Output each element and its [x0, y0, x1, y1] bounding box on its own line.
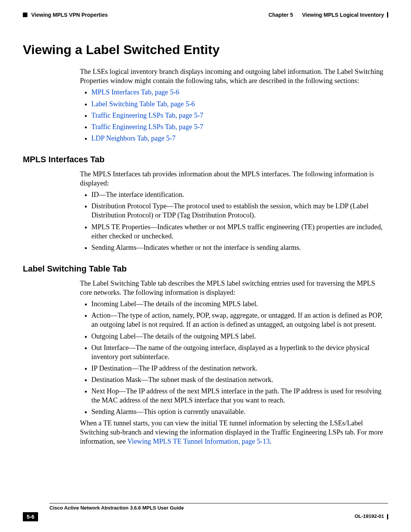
- page-number-badge: 5-6: [23, 512, 38, 521]
- page-title: Viewing a Label Switched Entity: [23, 41, 388, 58]
- footer-doc-id: OL-19192-01: [355, 513, 384, 520]
- section-heading-label-switching: Label Switching Table Tab: [23, 264, 388, 275]
- list-item: Outgoing Label—The details of the outgoi…: [91, 332, 388, 341]
- list-item: Incoming Label—The details of the incomi…: [91, 299, 388, 308]
- list-item: Sending Alarms—Indicates whether or not …: [91, 243, 388, 252]
- footer-bar-icon: [387, 514, 388, 519]
- header-marker-icon: [23, 13, 27, 17]
- section1-list: ID—The interface identification. Distrib…: [80, 190, 388, 252]
- footer-guide-title: Cisco Active Network Abstraction 3.6.6 M…: [49, 505, 184, 511]
- list-item: Destination Mask—The subnet mask of the …: [91, 375, 388, 384]
- list-item: Out Interface—The name of the outgoing i…: [91, 343, 388, 361]
- list-item: Distribution Protocol Type—The protocol …: [91, 201, 388, 220]
- header-section-label: Viewing MPLS VPN Properties: [31, 11, 108, 18]
- section2-intro: The Label Switching Table tab describes …: [80, 279, 388, 297]
- toc-link[interactable]: Label Switching Table Tab, page 5-6: [91, 100, 195, 108]
- page-footer: Cisco Active Network Abstraction 3.6.6 M…: [23, 503, 388, 521]
- list-item: Next Hop—The IP address of the next MPLS…: [91, 387, 388, 405]
- section-heading-mpls-interfaces: MPLS Interfaces Tab: [23, 154, 388, 165]
- toc-link[interactable]: Traffic Engineering LSPs Tab, page 5-7: [91, 112, 203, 119]
- section1-intro: The MPLS Interfaces tab provides informa…: [80, 169, 388, 188]
- list-item: Action—The type of action, namely, POP, …: [91, 311, 388, 329]
- toc-link-list: MPLS Interfaces Tab, page 5-6 Label Swit…: [80, 88, 388, 142]
- page-header: Viewing MPLS VPN Properties Chapter 5 Vi…: [23, 11, 388, 18]
- list-item: IP Destination—The IP address of the des…: [91, 364, 388, 373]
- header-bar-icon: [387, 12, 388, 18]
- header-chapter-label: Chapter 5: [268, 11, 293, 18]
- list-item: ID—The interface identification.: [91, 190, 388, 199]
- section2-closing: When a TE tunnel starts, you can view th…: [80, 419, 388, 446]
- section2-list: Incoming Label—The details of the incomi…: [80, 299, 388, 416]
- closing-link[interactable]: Viewing MPLS TE Tunnel Information, page…: [127, 438, 270, 445]
- toc-link[interactable]: MPLS Interfaces Tab, page 5-6: [91, 88, 179, 96]
- header-chapter-title: Viewing MPLS Logical Inventory: [302, 11, 384, 18]
- intro-paragraph: The LSEs logical inventory branch displa…: [80, 67, 388, 85]
- list-item: MPLS TE Properties—Indicates whether or …: [91, 222, 388, 241]
- toc-link[interactable]: Traffic Engineering LSPs Tab, page 5-7: [91, 123, 203, 131]
- list-item: Sending Alarms—This option is currently …: [91, 407, 388, 416]
- closing-post: .: [270, 438, 272, 445]
- toc-link[interactable]: LDP Neighbors Tab, page 5-7: [91, 134, 175, 142]
